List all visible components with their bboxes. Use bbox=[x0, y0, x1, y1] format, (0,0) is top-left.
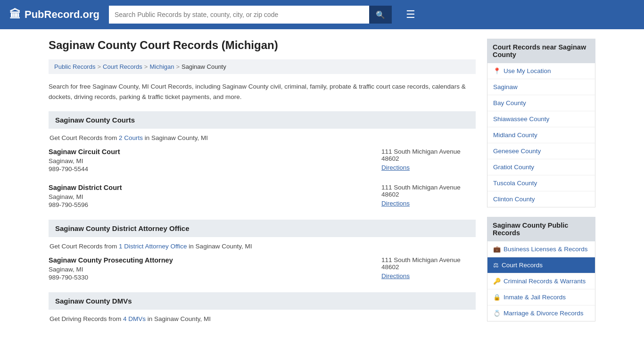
dmv-count-link[interactable]: 4 DMVs bbox=[123, 315, 146, 322]
sidebar-item-saginaw[interactable]: Saginaw bbox=[487, 79, 595, 95]
courts-section-header: Saginaw County Courts bbox=[49, 111, 476, 129]
court-phone-district: 989-790-5596 bbox=[49, 201, 372, 208]
sidebar-nearby-title: Court Records near Saginaw County bbox=[487, 39, 595, 63]
breadcrumb-saginaw-county: Saginaw County bbox=[182, 63, 226, 70]
page-title: Saginaw County Court Records (Michigan) bbox=[49, 39, 476, 52]
court-street-district: 111 South Michigan Avenue bbox=[381, 184, 461, 191]
sidebar-item-tuscola-county[interactable]: Tuscola County bbox=[487, 175, 595, 191]
search-input[interactable] bbox=[109, 6, 369, 24]
court-info-district: Saginaw District Court Saginaw, MI 989-7… bbox=[49, 184, 372, 208]
court-location-district: Saginaw, MI bbox=[49, 193, 372, 200]
sidebar-item-marriage-records[interactable]: 💍 Marriage & Divorce Records bbox=[487, 305, 595, 321]
dmv-section-header: Saginaw County DMVs bbox=[49, 292, 476, 310]
sidebar-item-inmate-records[interactable]: 🔒 Inmate & Jail Records bbox=[487, 289, 595, 305]
court-entry-circuit: Saginaw Circuit Court Saginaw, MI 989-79… bbox=[49, 148, 476, 173]
sidebar-item-use-location[interactable]: 📍 Use My Location bbox=[487, 63, 595, 79]
court-name-da: Saginaw County Prosecuting Attorney bbox=[49, 256, 372, 264]
court-info-da: Saginaw County Prosecuting Attorney Sagi… bbox=[49, 256, 372, 281]
da-count-link[interactable]: 1 District Attorney Office bbox=[119, 243, 187, 250]
search-bar: 🔍 bbox=[109, 6, 392, 24]
da-section: Saginaw County District Attorney Office … bbox=[49, 220, 476, 281]
court-street-da: 111 South Michigan Avenue bbox=[381, 256, 461, 263]
breadcrumb-sep-3: > bbox=[176, 63, 180, 70]
sidebar-pubrecords-list: 💼 Business Licenses & Records ⚖ Court Re… bbox=[487, 241, 595, 321]
logo-icon: 🏛 bbox=[9, 8, 21, 21]
sidebar-item-gratiot-county[interactable]: Gratiot County bbox=[487, 159, 595, 175]
sidebar-nearby-list: 📍 Use My Location Saginaw Bay County Shi… bbox=[487, 63, 595, 207]
location-pin-icon: 📍 bbox=[493, 67, 501, 74]
court-directions-district[interactable]: Directions bbox=[381, 200, 410, 207]
court-zip-circuit: 48602 bbox=[381, 155, 476, 162]
lock-icon: 🔒 bbox=[493, 294, 501, 301]
sidebar-item-court-records[interactable]: ⚖ Court Records bbox=[487, 257, 595, 273]
da-section-desc: Get Court Records from 1 District Attorn… bbox=[49, 243, 476, 250]
court-address-circuit: 111 South Michigan Avenue 48602 Directio… bbox=[381, 148, 476, 173]
key-icon: 🔑 bbox=[493, 278, 501, 285]
sidebar-item-genesee-county[interactable]: Genesee County bbox=[487, 143, 595, 159]
sidebar-item-clinton-county[interactable]: Clinton County bbox=[487, 191, 595, 207]
scales-icon: ⚖ bbox=[493, 262, 499, 269]
rings-icon: 💍 bbox=[493, 310, 501, 317]
court-entry-district: Saginaw District Court Saginaw, MI 989-7… bbox=[49, 184, 476, 208]
search-icon: 🔍 bbox=[376, 11, 385, 19]
sidebar-pubrecords-title: Saginaw County Public Records bbox=[487, 217, 595, 241]
content-area: Saginaw County Court Records (Michigan) … bbox=[49, 39, 476, 329]
court-directions-da[interactable]: Directions bbox=[381, 272, 410, 280]
breadcrumb-court-records[interactable]: Court Records bbox=[103, 63, 142, 70]
courts-section-desc: Get Court Records from 2 Courts in Sagin… bbox=[49, 134, 476, 141]
court-street-circuit: 111 South Michigan Avenue bbox=[381, 148, 461, 155]
sidebar-item-bay-county[interactable]: Bay County bbox=[487, 95, 595, 111]
sidebar-item-criminal-records[interactable]: 🔑 Criminal Records & Warrants bbox=[487, 273, 595, 289]
sidebar-item-midland-county[interactable]: Midland County bbox=[487, 127, 595, 143]
court-location-da: Saginaw, MI bbox=[49, 266, 372, 273]
sidebar-item-shiawassee-county[interactable]: Shiawassee County bbox=[487, 111, 595, 127]
hamburger-icon: ☰ bbox=[406, 8, 415, 20]
courts-count-link[interactable]: 2 Courts bbox=[119, 134, 143, 141]
sidebar: Court Records near Saginaw County 📍 Use … bbox=[487, 39, 595, 329]
courts-section: Saginaw County Courts Get Court Records … bbox=[49, 111, 476, 208]
sidebar-item-business-licenses[interactable]: 💼 Business Licenses & Records bbox=[487, 241, 595, 257]
suitcase-icon: 💼 bbox=[493, 246, 501, 253]
logo[interactable]: 🏛 PubRecord.org bbox=[9, 8, 99, 21]
search-button[interactable]: 🔍 bbox=[369, 6, 392, 24]
logo-text: PubRecord.org bbox=[25, 8, 99, 21]
court-zip-da: 48602 bbox=[381, 263, 476, 271]
header: 🏛 PubRecord.org 🔍 ☰ bbox=[0, 0, 644, 29]
court-name-district: Saginaw District Court bbox=[49, 184, 372, 191]
dmv-section-desc: Get Driving Records from 4 DMVs in Sagin… bbox=[49, 315, 476, 322]
court-entry-da: Saginaw County Prosecuting Attorney Sagi… bbox=[49, 256, 476, 281]
breadcrumb-sep-1: > bbox=[97, 63, 101, 70]
court-directions-circuit[interactable]: Directions bbox=[381, 164, 410, 171]
court-phone-da: 989-790-5330 bbox=[49, 274, 372, 281]
breadcrumb-sep-2: > bbox=[144, 63, 148, 70]
court-address-district: 111 South Michigan Avenue 48602 Directio… bbox=[381, 184, 476, 208]
main-container: Saginaw County Court Records (Michigan) … bbox=[39, 29, 605, 338]
breadcrumb: Public Records > Court Records > Michiga… bbox=[49, 59, 476, 74]
breadcrumb-public-records[interactable]: Public Records bbox=[54, 63, 95, 70]
court-info-circuit: Saginaw Circuit Court Saginaw, MI 989-79… bbox=[49, 148, 372, 173]
court-zip-district: 48602 bbox=[381, 191, 476, 198]
page-description: Search for free Saginaw County, MI Court… bbox=[49, 82, 476, 102]
da-section-header: Saginaw County District Attorney Office bbox=[49, 220, 476, 237]
court-phone-circuit: 989-790-5544 bbox=[49, 165, 372, 173]
breadcrumb-michigan[interactable]: Michigan bbox=[149, 63, 174, 70]
court-address-da: 111 South Michigan Avenue 48602 Directio… bbox=[381, 256, 476, 281]
court-location-circuit: Saginaw, MI bbox=[49, 157, 372, 165]
dmv-section: Saginaw County DMVs Get Driving Records … bbox=[49, 292, 476, 322]
menu-button[interactable]: ☰ bbox=[406, 8, 415, 21]
court-name-circuit: Saginaw Circuit Court bbox=[49, 148, 372, 156]
